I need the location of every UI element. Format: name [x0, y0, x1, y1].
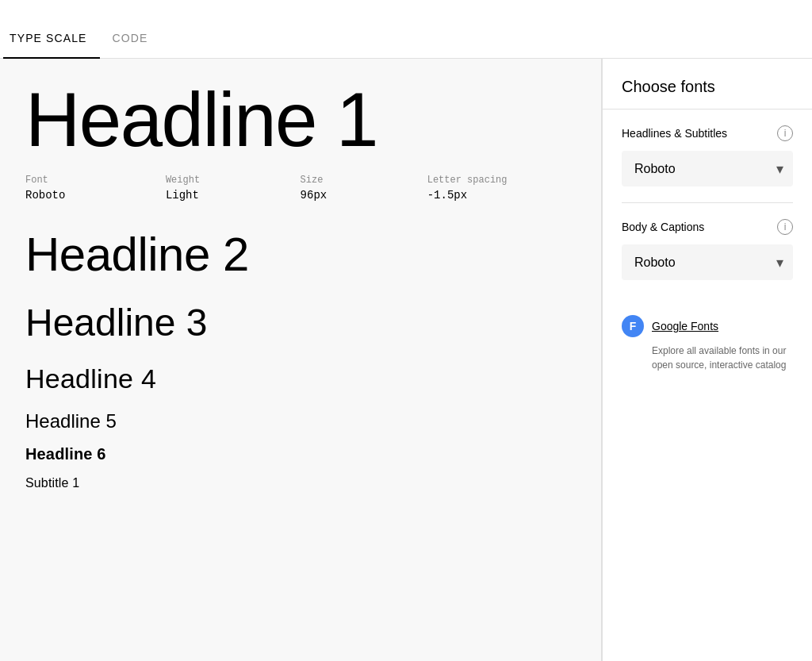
- size-value: 96px: [301, 189, 396, 202]
- letter-spacing-value: -1.5px: [427, 189, 576, 202]
- size-label: Size: [301, 175, 396, 186]
- google-fonts-description: Explore all available fonts in our open …: [622, 344, 793, 372]
- font-label-group: Font Roboto: [25, 175, 134, 202]
- right-panel-title: Choose fonts: [603, 59, 812, 110]
- weight-value: Light: [166, 189, 269, 202]
- body-section-label: Body & Captions: [622, 221, 771, 233]
- weight-label: Weight: [166, 175, 269, 186]
- headlines-info-icon[interactable]: i: [777, 125, 793, 141]
- font-value: Roboto: [25, 189, 134, 202]
- google-fonts-link-row: F Google Fonts: [622, 315, 793, 337]
- headline5-text: Headline 5: [25, 410, 576, 432]
- body-font-select[interactable]: Roboto Open Sans Lato Montserrat Raleway: [622, 244, 793, 280]
- headlines-font-select[interactable]: Roboto Open Sans Lato Montserrat Raleway: [622, 151, 793, 186]
- body-info-icon[interactable]: i: [777, 219, 793, 235]
- size-label-group: Size 96px: [301, 175, 396, 202]
- body-section-header: Body & Captions i: [622, 219, 793, 235]
- headline1-text: Headline 1: [25, 78, 576, 162]
- font-meta: Font Roboto Weight Light Size 96px Lette…: [25, 175, 576, 202]
- right-panel: Choose fonts Headlines & Subtitles i Rob…: [602, 59, 812, 661]
- left-panel: Headline 1 Font Roboto Weight Light Size…: [0, 59, 602, 661]
- subtitle1-text: Subtitle 1: [25, 476, 576, 490]
- main-layout: Headline 1 Font Roboto Weight Light Size…: [0, 59, 812, 661]
- headlines-section: Headlines & Subtitles i Roboto Open Sans…: [603, 110, 812, 202]
- headlines-section-label: Headlines & Subtitles: [622, 127, 771, 140]
- google-fonts-link[interactable]: Google Fonts: [652, 320, 718, 332]
- headlines-font-select-wrapper: Roboto Open Sans Lato Montserrat Raleway…: [622, 151, 793, 186]
- google-fonts-icon: F: [622, 315, 644, 337]
- headline4-text: Headline 4: [25, 363, 576, 394]
- headline3-text: Headline 3: [25, 301, 576, 344]
- font-label: Font: [25, 175, 134, 186]
- body-section: Body & Captions i Roboto Open Sans Lato …: [603, 203, 812, 296]
- letter-spacing-label: Letter spacing: [427, 175, 576, 186]
- tab-code[interactable]: CODE: [100, 32, 161, 59]
- tabs-bar: TYPE SCALE CODE: [0, 0, 812, 59]
- type-content: Headline 1 Font Roboto Weight Light Size…: [0, 59, 601, 525]
- google-fonts-section: F Google Fonts Explore all available fon…: [603, 296, 812, 391]
- letter-spacing-label-group: Letter spacing -1.5px: [427, 175, 576, 202]
- headline6-text: Headline 6: [25, 445, 576, 463]
- body-font-select-wrapper: Roboto Open Sans Lato Montserrat Raleway…: [622, 244, 793, 280]
- tab-type-scale[interactable]: TYPE SCALE: [3, 32, 100, 59]
- headlines-section-header: Headlines & Subtitles i: [622, 125, 793, 141]
- weight-label-group: Weight Light: [166, 175, 269, 202]
- headline2-text: Headline 2: [25, 227, 576, 282]
